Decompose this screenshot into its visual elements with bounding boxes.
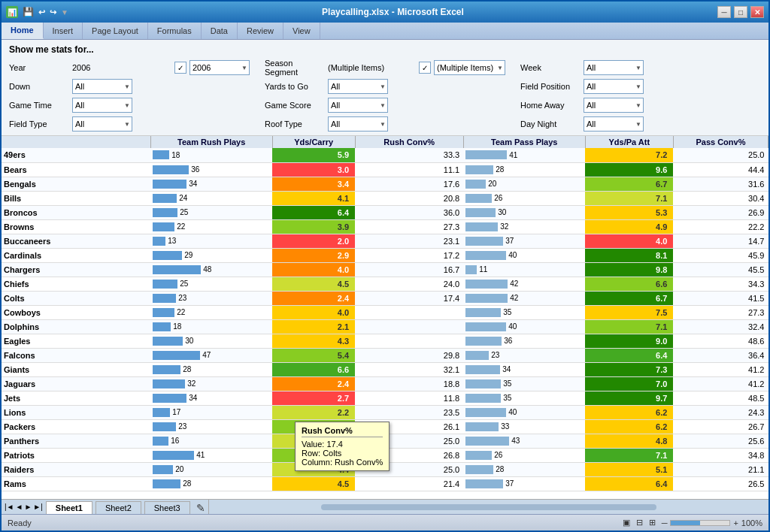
rush-conv-cell: 26.8 [355,448,463,462]
yds-carry-cell: 2.4 [272,291,355,305]
pass-conv-cell: 32.4 [673,319,768,334]
zoom-slider[interactable] [670,520,730,526]
pass-plays-cell: 26 [463,448,585,462]
rush-plays-cell: 28 [150,362,272,376]
rush-conv-cell: 17.2 [355,248,463,262]
year-dropdown[interactable]: 2006 [189,60,250,75]
season-dropdown[interactable]: (Multiple Items) [434,60,505,75]
sheet-nav-last[interactable]: ►| [33,503,43,511]
team-name-cell: Cardinals [2,248,150,262]
pass-plays-cell: 32 [463,219,585,234]
zoom-in[interactable]: + [733,518,738,527]
tab-data[interactable]: Data [202,23,238,39]
sheet-area[interactable]: Team Rush Plays Yds/Carry Rush Conv% Tea… [2,136,768,499]
table-row: Lions 17 2.223.5 40 6.224.3 [2,405,768,419]
rush-conv-cell: 25.0 [355,434,463,448]
maximize-button[interactable]: □ [734,6,747,18]
filter-home-away: Home Away All [520,97,761,113]
pass-conv-cell: 41.5 [673,291,768,305]
sheet-tab-1[interactable]: Sheet1 [46,501,92,514]
quick-access-undo[interactable]: ↩ [38,8,45,17]
pass-plays-cell: 35 [463,305,585,319]
field-type-dropdown[interactable]: All [72,116,132,131]
tab-insert[interactable]: Insert [44,23,83,39]
sheet-tabs: Sheet1 Sheet2 Sheet3 ✎ [46,500,208,514]
rush-conv-cell: 17.6 [355,177,463,191]
sheet-tab-3[interactable]: Sheet3 [144,501,190,514]
rush-conv-cell [355,334,463,348]
pass-plays-cell: 42 [463,277,585,291]
season-checkbox[interactable]: ✓ [419,62,431,74]
yds-pa-att-cell: 9.7 [585,391,673,405]
yds-pa-att-cell: 5.1 [585,462,673,476]
pass-plays-cell: 35 [463,391,585,405]
home-away-dropdown[interactable]: All [584,98,644,113]
col-yds-carry: Yds/Carry [272,136,355,148]
view-page-break[interactable]: ⊞ [649,518,656,527]
quick-access-redo[interactable]: ↪ [50,8,56,17]
rush-plays-cell: 32 [150,376,272,391]
yds-pa-att-cell: 6.7 [585,291,673,305]
rush-plays-cell: 13 [150,234,272,248]
zoom-controls: ─ + 100% [662,518,762,527]
yards-dropdown[interactable]: All [328,79,388,94]
game-score-dropdown[interactable]: All [328,98,388,113]
rush-plays-cell: 34 [150,177,272,191]
status-right: ▣ ⊟ ⊞ ─ + 100% [623,518,762,527]
table-row: Dolphins 18 2.1 40 7.132.4 [2,319,768,334]
sheet-nav-prev[interactable]: ◄ [16,503,23,511]
yds-carry-cell: 5.9 [272,148,355,162]
horizontal-scrollbar[interactable] [208,500,768,514]
team-name-cell: Cowboys [2,305,150,319]
sheet-tab-2[interactable]: Sheet2 [95,501,141,514]
rush-plays-cell: 20 [150,462,272,476]
status-left: Ready [8,518,32,527]
view-page-layout[interactable]: ⊟ [636,518,643,527]
tab-home[interactable]: Home [2,23,44,39]
team-name-cell: Jets [2,391,150,405]
zoom-out[interactable]: ─ [662,518,668,527]
tab-formulas[interactable]: Formulas [148,23,202,39]
title-bar: 📊 💾 ↩ ↪ ▼ Playcalling.xlsx - Microsoft E… [2,2,768,23]
sheet-nav-next[interactable]: ► [24,503,32,511]
tab-page-layout[interactable]: Page Layout [83,23,148,39]
sheet-tab-insert[interactable]: ✎ [193,502,208,514]
quick-access-save[interactable]: 💾 [23,7,34,17]
pass-conv-cell: 36.4 [673,348,768,362]
tab-review[interactable]: Review [238,23,283,39]
field-position-dropdown[interactable]: All [584,79,644,94]
game-time-dropdown[interactable]: All [72,98,132,113]
pass-plays-cell: 37 [463,476,585,491]
yds-pa-att-cell: 9.6 [585,162,673,177]
minimize-button[interactable]: ─ [717,6,731,18]
table-row: Bills 24 4.120.8 26 7.130.4 [2,191,768,205]
pass-conv-cell: 25.0 [673,148,768,162]
table-row: Chargers 48 4.016.7 11 9.845.5 [2,262,768,277]
home-away-dropdown-wrap: All [584,98,644,113]
table-row: Packers 23 4.526.1 33 6.226.7 [2,419,768,434]
team-name-cell: Broncos [2,205,150,219]
rush-plays-cell: 48 [150,262,272,277]
day-night-dropdown[interactable]: All [584,116,644,131]
excel-icon: 📊 [6,6,18,18]
yds-pa-att-cell: 9.0 [585,334,673,348]
filter-grid: Year 2006 ✓ 2006 Season Segment (Multipl… [9,59,761,132]
roof-type-dropdown[interactable]: All [328,116,388,131]
tab-view[interactable]: View [283,23,320,39]
view-normal[interactable]: ▣ [623,518,630,527]
down-dropdown[interactable]: All [72,79,132,94]
week-dropdown[interactable]: All [584,60,644,75]
sheet-nav-first[interactable]: |◄ [5,503,14,511]
year-checkbox[interactable]: ✓ [174,62,186,74]
yds-pa-att-cell: 4.9 [585,219,673,234]
year-label: Year [9,63,69,72]
close-button[interactable]: ✕ [750,6,764,18]
rush-conv-cell: 32.1 [355,362,463,376]
pass-conv-cell: 41.2 [673,362,768,376]
yds-carry-cell: 4.5 [272,476,355,491]
pass-conv-cell: 21.1 [673,462,768,476]
pass-conv-cell: 41.2 [673,376,768,391]
table-row: Raiders 20 4.425.0 28 5.121.1 [2,462,768,476]
season-segment-value: (Multiple Items) [328,63,416,72]
rush-plays-cell: 25 [150,277,272,291]
